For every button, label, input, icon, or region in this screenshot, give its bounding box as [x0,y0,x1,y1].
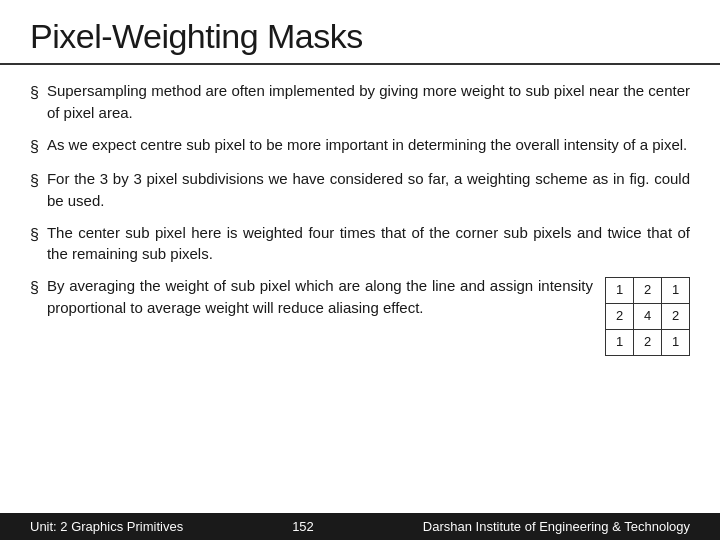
bullet-text-4: The center sub pixel here is weighted fo… [47,222,690,266]
weight-table: 1 2 1 2 4 2 1 2 1 [605,277,690,356]
table-row: 2 4 2 [606,304,690,330]
table-cell: 2 [662,304,690,330]
table-cell: 2 [634,330,662,356]
bullet-3: § For the 3 by 3 pixel subdivisions we h… [30,163,690,217]
bullet-1: § Supersampling method are often impleme… [30,75,690,129]
footer-institute: Darshan Institute of Engineering & Techn… [423,519,690,534]
table-cell: 2 [634,278,662,304]
table-cell: 1 [662,330,690,356]
bullet-text-3: For the 3 by 3 pixel subdivisions we hav… [47,168,690,212]
bullet-text-2: As we expect centre sub pixel to be more… [47,134,690,156]
table-cell: 4 [634,304,662,330]
slide-content: § Supersampling method are often impleme… [0,65,720,513]
bullet-2: § As we expect centre sub pixel to be mo… [30,129,690,163]
last-bullet-content: By averaging the weight of sub pixel whi… [47,275,690,356]
slide-footer: Unit: 2 Graphics Primitives 152 Darshan … [0,513,720,540]
slide-header: Pixel-Weighting Masks [0,0,720,65]
bullet-4: § The center sub pixel here is weighted … [30,217,690,271]
footer-unit: Unit: 2 Graphics Primitives [30,519,183,534]
bullet-symbol-1: § [30,81,39,104]
table-cell: 1 [662,278,690,304]
bullet-symbol-5: § [30,276,39,299]
bullet-text-5: By averaging the weight of sub pixel whi… [47,275,593,319]
table-row: 1 2 1 [606,278,690,304]
bullet-symbol-2: § [30,135,39,158]
bullet-symbol-3: § [30,169,39,192]
slide: Pixel-Weighting Masks § Supersampling me… [0,0,720,540]
slide-title: Pixel-Weighting Masks [30,18,690,55]
table-cell: 1 [606,278,634,304]
footer-page: 152 [292,519,314,534]
bullet-5: § By averaging the weight of sub pixel w… [30,270,690,361]
bullet-text-1: Supersampling method are often implement… [47,80,690,124]
weight-table-body: 1 2 1 2 4 2 1 2 1 [606,278,690,356]
table-cell: 2 [606,304,634,330]
bullet-symbol-4: § [30,223,39,246]
table-cell: 1 [606,330,634,356]
table-row: 1 2 1 [606,330,690,356]
